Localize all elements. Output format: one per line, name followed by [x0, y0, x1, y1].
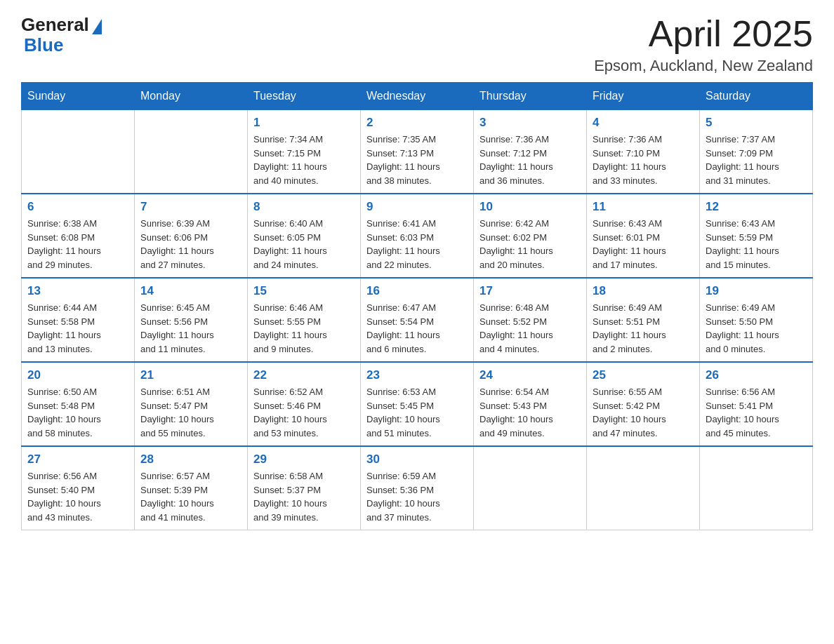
day-info: Sunrise: 6:45 AM Sunset: 5:56 PM Dayligh… [140, 301, 241, 356]
header-monday: Monday [135, 83, 248, 110]
day-info: Sunrise: 6:44 AM Sunset: 5:58 PM Dayligh… [27, 301, 128, 356]
calendar-cell: 2Sunrise: 7:35 AM Sunset: 7:13 PM Daylig… [361, 110, 474, 194]
day-number: 15 [253, 284, 355, 298]
calendar-cell: 25Sunrise: 6:55 AM Sunset: 5:42 PM Dayli… [587, 362, 700, 446]
week-row-3: 13Sunrise: 6:44 AM Sunset: 5:58 PM Dayli… [22, 278, 813, 362]
calendar-cell: 10Sunrise: 6:42 AM Sunset: 6:02 PM Dayli… [474, 194, 587, 278]
day-number: 16 [366, 284, 468, 298]
header-tuesday: Tuesday [248, 83, 361, 110]
day-number: 1 [253, 116, 355, 130]
day-info: Sunrise: 6:39 AM Sunset: 6:06 PM Dayligh… [140, 217, 241, 271]
day-info: Sunrise: 6:49 AM Sunset: 5:50 PM Dayligh… [706, 301, 807, 356]
day-info: Sunrise: 6:46 AM Sunset: 5:55 PM Dayligh… [253, 301, 355, 356]
calendar-cell: 18Sunrise: 6:49 AM Sunset: 5:51 PM Dayli… [587, 278, 700, 362]
week-row-5: 27Sunrise: 6:56 AM Sunset: 5:40 PM Dayli… [22, 446, 813, 530]
day-info: Sunrise: 6:54 AM Sunset: 5:43 PM Dayligh… [479, 385, 581, 440]
calendar-cell: 9Sunrise: 6:41 AM Sunset: 6:03 PM Daylig… [361, 194, 474, 278]
calendar-cell: 19Sunrise: 6:49 AM Sunset: 5:50 PM Dayli… [700, 278, 813, 362]
calendar-cell: 12Sunrise: 6:43 AM Sunset: 5:59 PM Dayli… [700, 194, 813, 278]
calendar-cell: 4Sunrise: 7:36 AM Sunset: 7:10 PM Daylig… [587, 110, 700, 194]
day-number: 10 [479, 200, 581, 214]
day-info: Sunrise: 6:59 AM Sunset: 5:36 PM Dayligh… [366, 469, 468, 524]
day-number: 11 [593, 200, 694, 214]
day-info: Sunrise: 6:42 AM Sunset: 6:02 PM Dayligh… [479, 217, 581, 271]
day-info: Sunrise: 7:37 AM Sunset: 7:09 PM Dayligh… [706, 133, 807, 187]
calendar-cell: 17Sunrise: 6:48 AM Sunset: 5:52 PM Dayli… [474, 278, 587, 362]
day-number: 24 [479, 368, 581, 382]
calendar-cell [135, 110, 248, 194]
header-saturday: Saturday [700, 83, 813, 110]
day-info: Sunrise: 6:57 AM Sunset: 5:39 PM Dayligh… [140, 469, 241, 524]
day-number: 2 [366, 116, 468, 130]
logo-triangle-icon [92, 19, 102, 34]
day-number: 23 [366, 368, 468, 382]
day-number: 6 [27, 200, 128, 214]
day-number: 12 [706, 200, 807, 214]
day-number: 22 [253, 368, 355, 382]
calendar-cell [22, 110, 135, 194]
calendar-cell: 14Sunrise: 6:45 AM Sunset: 5:56 PM Dayli… [135, 278, 248, 362]
calendar-cell: 13Sunrise: 6:44 AM Sunset: 5:58 PM Dayli… [22, 278, 135, 362]
day-number: 8 [253, 200, 355, 214]
day-number: 3 [479, 116, 581, 130]
day-number: 26 [706, 368, 807, 382]
day-info: Sunrise: 7:36 AM Sunset: 7:12 PM Dayligh… [479, 133, 581, 187]
header-thursday: Thursday [474, 83, 587, 110]
day-info: Sunrise: 7:35 AM Sunset: 7:13 PM Dayligh… [366, 133, 468, 187]
day-number: 17 [479, 284, 581, 298]
subtitle: Epsom, Auckland, New Zealand [594, 57, 813, 75]
header-sunday: Sunday [22, 83, 135, 110]
calendar-cell: 5Sunrise: 7:37 AM Sunset: 7:09 PM Daylig… [700, 110, 813, 194]
day-number: 4 [593, 116, 694, 130]
logo-blue-text: Blue [24, 34, 63, 56]
day-info: Sunrise: 6:49 AM Sunset: 5:51 PM Dayligh… [593, 301, 694, 356]
calendar-cell: 3Sunrise: 7:36 AM Sunset: 7:12 PM Daylig… [474, 110, 587, 194]
calendar-cell [587, 446, 700, 530]
day-info: Sunrise: 6:53 AM Sunset: 5:45 PM Dayligh… [366, 385, 468, 440]
calendar-cell [700, 446, 813, 530]
calendar-header-row: SundayMondayTuesdayWednesdayThursdayFrid… [22, 83, 813, 110]
calendar-cell: 23Sunrise: 6:53 AM Sunset: 5:45 PM Dayli… [361, 362, 474, 446]
day-number: 7 [140, 200, 241, 214]
calendar-cell: 11Sunrise: 6:43 AM Sunset: 6:01 PM Dayli… [587, 194, 700, 278]
logo: General Blue [21, 14, 102, 56]
day-number: 13 [27, 284, 128, 298]
day-info: Sunrise: 6:40 AM Sunset: 6:05 PM Dayligh… [253, 217, 355, 271]
day-info: Sunrise: 6:52 AM Sunset: 5:46 PM Dayligh… [253, 385, 355, 440]
day-info: Sunrise: 6:51 AM Sunset: 5:47 PM Dayligh… [140, 385, 241, 440]
day-number: 9 [366, 200, 468, 214]
page-header: General Blue April 2025 Epsom, Auckland,… [21, 14, 813, 75]
day-number: 18 [593, 284, 694, 298]
calendar-cell: 21Sunrise: 6:51 AM Sunset: 5:47 PM Dayli… [135, 362, 248, 446]
calendar-cell: 28Sunrise: 6:57 AM Sunset: 5:39 PM Dayli… [135, 446, 248, 530]
day-number: 14 [140, 284, 241, 298]
week-row-1: 1Sunrise: 7:34 AM Sunset: 7:15 PM Daylig… [22, 110, 813, 194]
calendar-cell: 22Sunrise: 6:52 AM Sunset: 5:46 PM Dayli… [248, 362, 361, 446]
calendar-cell: 26Sunrise: 6:56 AM Sunset: 5:41 PM Dayli… [700, 362, 813, 446]
day-info: Sunrise: 6:55 AM Sunset: 5:42 PM Dayligh… [593, 385, 694, 440]
day-info: Sunrise: 6:56 AM Sunset: 5:41 PM Dayligh… [706, 385, 807, 440]
day-info: Sunrise: 6:50 AM Sunset: 5:48 PM Dayligh… [27, 385, 128, 440]
day-number: 27 [27, 452, 128, 467]
calendar-cell [474, 446, 587, 530]
day-number: 20 [27, 368, 128, 382]
day-info: Sunrise: 6:56 AM Sunset: 5:40 PM Dayligh… [27, 469, 128, 524]
calendar-cell: 24Sunrise: 6:54 AM Sunset: 5:43 PM Dayli… [474, 362, 587, 446]
week-row-4: 20Sunrise: 6:50 AM Sunset: 5:48 PM Dayli… [22, 362, 813, 446]
header-friday: Friday [587, 83, 700, 110]
calendar-cell: 27Sunrise: 6:56 AM Sunset: 5:40 PM Dayli… [22, 446, 135, 530]
logo-general-text: General [21, 14, 89, 36]
calendar-cell: 15Sunrise: 6:46 AM Sunset: 5:55 PM Dayli… [248, 278, 361, 362]
day-info: Sunrise: 6:38 AM Sunset: 6:08 PM Dayligh… [27, 217, 128, 271]
day-number: 28 [140, 452, 241, 467]
day-number: 21 [140, 368, 241, 382]
main-title: April 2025 [594, 14, 813, 54]
calendar-cell: 8Sunrise: 6:40 AM Sunset: 6:05 PM Daylig… [248, 194, 361, 278]
calendar-cell: 20Sunrise: 6:50 AM Sunset: 5:48 PM Dayli… [22, 362, 135, 446]
day-number: 29 [253, 452, 355, 467]
day-info: Sunrise: 6:43 AM Sunset: 6:01 PM Dayligh… [593, 217, 694, 271]
day-info: Sunrise: 6:41 AM Sunset: 6:03 PM Dayligh… [366, 217, 468, 271]
day-number: 5 [706, 116, 807, 130]
calendar-cell: 6Sunrise: 6:38 AM Sunset: 6:08 PM Daylig… [22, 194, 135, 278]
day-info: Sunrise: 6:58 AM Sunset: 5:37 PM Dayligh… [253, 469, 355, 524]
